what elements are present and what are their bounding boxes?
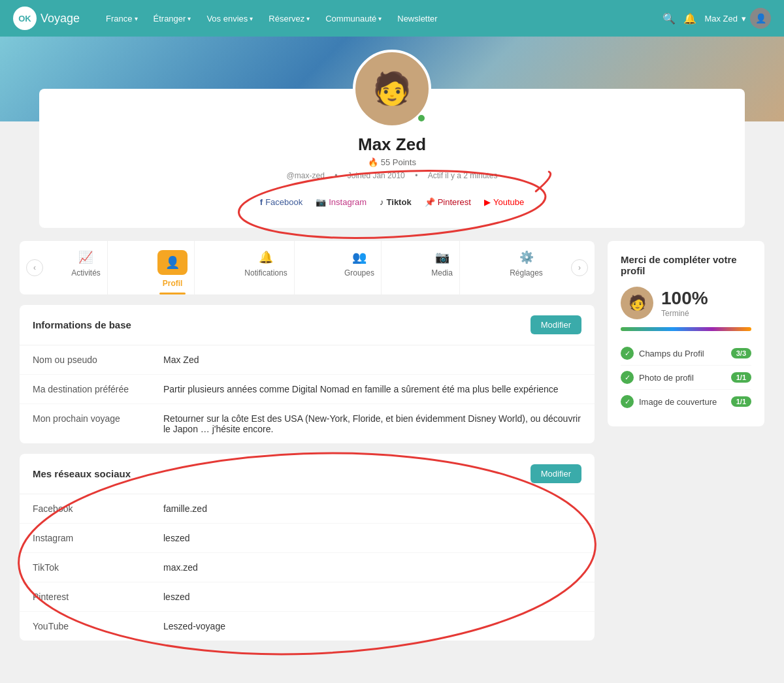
table-row: TikTok max.zed — [20, 553, 595, 582]
field-value: Partir plusieurs années comme Digital No… — [150, 375, 595, 404]
profile-section: 🧑 Max Zed 🔥 55 Points @max-zed • Joined … — [39, 89, 745, 228]
basic-info-title: Informations de base — [33, 319, 131, 330]
tab-reglages[interactable]: ⚙️ Réglages — [503, 241, 549, 294]
table-row: YouTube Leszed-voyage — [20, 612, 595, 641]
check-icon: ✓ — [621, 371, 634, 384]
tabs-prev-button[interactable]: ‹ — [26, 259, 43, 276]
nav-france[interactable]: France ▾ — [99, 10, 144, 27]
table-row: Mon prochain voyage Retourner sur la côt… — [20, 404, 595, 444]
field-value: famille.zed — [150, 494, 595, 524]
completion-item-label: ✓ Photo de profil — [621, 371, 694, 384]
facebook-icon: f — [260, 197, 263, 207]
field-value: Retourner sur la côte Est des USA (New-Y… — [150, 404, 595, 444]
chevron-down-icon: ▾ — [378, 15, 382, 22]
check-icon: ✓ — [621, 395, 634, 408]
tabs-bar: ‹ 📈 Activités 👤 Profil 🔔 Notifications — [20, 241, 595, 294]
completion-item-cover: ✓ Image de couverture 1/1 — [621, 390, 751, 413]
chevron-down-icon: ▾ — [135, 15, 138, 22]
completion-count-photo: 1/1 — [731, 372, 751, 383]
logo-text: Voyage — [41, 12, 80, 25]
nav-menu: France ▾ Étranger ▾ Vos envies ▾ Réserve… — [99, 10, 662, 27]
social-card-wrap: Mes réseaux sociaux Modifier Facebook fa… — [20, 454, 595, 641]
table-row: Ma destination préférée Partir plusieurs… — [20, 375, 595, 404]
chevron-down-icon: ▾ — [306, 15, 310, 22]
navbar-right: 🔍 🔔 Max Zed ▾ 👤 — [662, 8, 771, 29]
activites-icon: 📈 — [78, 250, 93, 264]
tab-media[interactable]: 📷 Media — [425, 241, 460, 294]
sidebar-title: Merci de compléter votre profil — [621, 254, 751, 276]
nav-newsletter[interactable]: Newsletter — [391, 10, 444, 27]
social-link-pinterest[interactable]: 📌 Pinterest — [425, 197, 471, 207]
table-row: Nom ou pseudo Max Zed — [20, 345, 595, 375]
user-menu[interactable]: Max Zed ▾ 👤 — [704, 8, 771, 29]
field-label: Instagram — [20, 524, 150, 553]
tab-groupes[interactable]: 👥 Groupes — [338, 241, 382, 294]
youtube-icon: ▶ — [484, 197, 491, 207]
media-icon: 📷 — [435, 250, 449, 264]
field-label: Nom ou pseudo — [20, 345, 150, 375]
social-link-instagram[interactable]: 📷 Instagram — [316, 197, 367, 207]
nav-vos-envies[interactable]: Vos envies ▾ — [200, 10, 259, 27]
completion-item-champs: ✓ Champs du Profil 3/3 — [621, 342, 751, 366]
basic-info-modifier-button[interactable]: Modifier — [531, 315, 581, 334]
logo[interactable]: OK Voyage — [13, 7, 80, 30]
main-layout: ‹ 📈 Activités 👤 Profil 🔔 Notifications — [0, 228, 784, 664]
tab-profil[interactable]: 👤 Profil — [151, 241, 195, 294]
chevron-down-icon: ▾ — [742, 14, 746, 24]
navbar: OK Voyage France ▾ Étranger ▾ Vos envies… — [0, 0, 784, 37]
completion-count-cover: 1/1 — [731, 396, 751, 407]
field-label: Mon prochain voyage — [20, 404, 150, 444]
field-value: leszed — [150, 582, 595, 612]
tabs-next-button[interactable]: › — [571, 259, 588, 276]
navbar-avatar: 👤 — [750, 8, 771, 29]
progress-bar — [621, 327, 751, 331]
completion-item-label: ✓ Image de couverture — [621, 395, 717, 408]
points-icon: 🔥 — [368, 157, 378, 167]
field-label: TikTok — [20, 553, 150, 582]
check-icon: ✓ — [621, 347, 634, 360]
field-value: leszed — [150, 524, 595, 553]
basic-info-card: Informations de base Modifier Nom ou pse… — [20, 305, 595, 443]
profile-meta: @max-zed • Joined Jan 2010 • Actif il y … — [39, 171, 745, 180]
nav-communaute[interactable]: Communauté ▾ — [319, 10, 388, 27]
social-links: f Facebook 📷 Instagram ♪ Tiktok 📌 Pinter… — [260, 197, 524, 207]
table-row: Facebook famille.zed — [20, 494, 595, 524]
groupes-icon: 👥 — [352, 250, 367, 264]
social-networks-modifier-button[interactable]: Modifier — [531, 464, 581, 483]
field-value: max.zed — [150, 553, 595, 582]
sidebar: Merci de compléter votre profil 🧑 100% T… — [608, 241, 764, 651]
notifications-icon: 🔔 — [259, 250, 273, 264]
field-value: Max Zed — [150, 345, 595, 375]
tiktok-icon: ♪ — [380, 197, 384, 207]
table-row: Instagram leszed — [20, 524, 595, 553]
basic-info-header: Informations de base Modifier — [20, 305, 595, 345]
social-link-youtube[interactable]: ▶ Youtube — [484, 197, 524, 207]
search-icon[interactable]: 🔍 — [662, 12, 676, 25]
tab-notifications[interactable]: 🔔 Notifications — [238, 241, 294, 294]
nav-reservez[interactable]: Réservez ▾ — [262, 10, 316, 27]
completion-user: 🧑 100% Terminé — [621, 287, 751, 319]
field-label: Ma destination préférée — [20, 375, 150, 404]
reglages-icon: ⚙️ — [519, 250, 534, 264]
chevron-down-icon: ▾ — [188, 15, 191, 22]
social-link-facebook[interactable]: f Facebook — [260, 197, 302, 207]
instagram-icon: 📷 — [316, 197, 326, 207]
completion-count-champs: 3/3 — [731, 348, 751, 358]
online-status-dot — [417, 114, 426, 123]
social-link-tiktok[interactable]: ♪ Tiktok — [380, 197, 412, 207]
profil-icon: 👤 — [165, 256, 180, 269]
field-label: Facebook — [20, 494, 150, 524]
profile-avatar-wrap: 🧑 — [353, 50, 431, 128]
field-label: YouTube — [20, 612, 150, 641]
social-networks-header: Mes réseaux sociaux Modifier — [20, 454, 595, 494]
field-label: Pinterest — [20, 582, 150, 612]
main-content: ‹ 📈 Activités 👤 Profil 🔔 Notifications — [20, 241, 595, 651]
tab-activites[interactable]: 📈 Activités — [65, 241, 108, 294]
nav-etranger[interactable]: Étranger ▾ — [147, 10, 198, 27]
bell-icon[interactable]: 🔔 — [683, 12, 696, 25]
field-value: Leszed-voyage — [150, 612, 595, 641]
completion-item-label: ✓ Champs du Profil — [621, 347, 704, 360]
social-networks-table: Facebook famille.zed Instagram leszed Ti… — [20, 494, 595, 641]
logo-ok-circle: OK — [13, 7, 37, 30]
social-networks-card: Mes réseaux sociaux Modifier Facebook fa… — [20, 454, 595, 641]
